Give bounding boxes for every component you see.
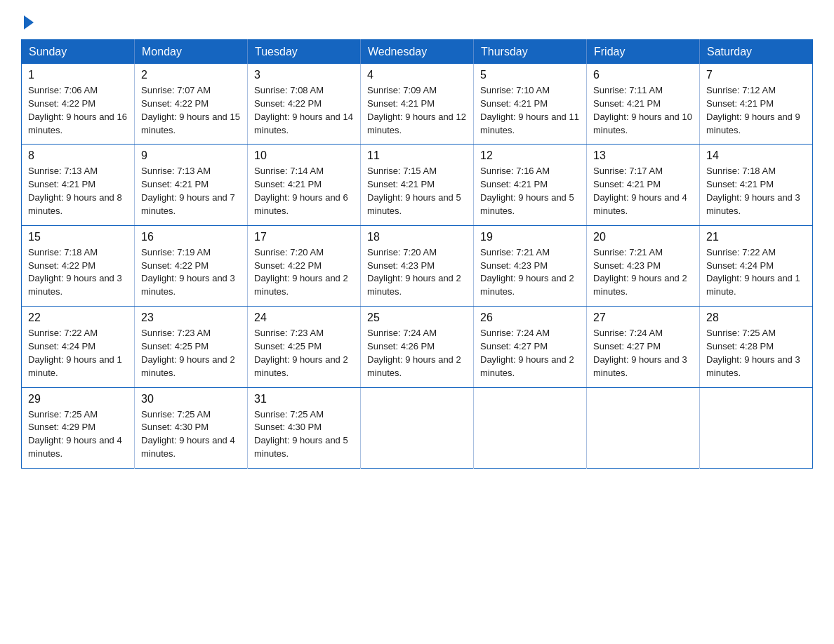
day-info: Sunrise: 7:18 AMSunset: 4:21 PMDaylight:… bbox=[706, 165, 806, 217]
day-number: 22 bbox=[28, 311, 128, 324]
calendar-cell: 7Sunrise: 7:12 AMSunset: 4:21 PMDaylight… bbox=[700, 64, 813, 145]
day-info: Sunrise: 7:20 AMSunset: 4:22 PMDaylight:… bbox=[254, 246, 354, 299]
calendar-cell: 13Sunrise: 7:17 AMSunset: 4:21 PMDayligh… bbox=[587, 145, 700, 225]
day-info: Sunrise: 7:22 AMSunset: 4:24 PMDaylight:… bbox=[706, 246, 806, 299]
day-info: Sunrise: 7:20 AMSunset: 4:23 PMDaylight:… bbox=[367, 246, 467, 299]
calendar-cell bbox=[361, 387, 474, 468]
calendar-week-row: 22Sunrise: 7:22 AMSunset: 4:24 PMDayligh… bbox=[22, 307, 813, 387]
day-info: Sunrise: 7:23 AMSunset: 4:25 PMDaylight:… bbox=[254, 327, 354, 380]
calendar-cell: 3Sunrise: 7:08 AMSunset: 4:22 PMDaylight… bbox=[248, 64, 361, 145]
day-info: Sunrise: 7:21 AMSunset: 4:23 PMDaylight:… bbox=[593, 246, 693, 299]
day-info: Sunrise: 7:25 AMSunset: 4:28 PMDaylight:… bbox=[706, 327, 806, 380]
day-number: 21 bbox=[706, 231, 806, 243]
day-info: Sunrise: 7:10 AMSunset: 4:21 PMDaylight:… bbox=[480, 84, 580, 137]
calendar-cell: 11Sunrise: 7:15 AMSunset: 4:21 PMDayligh… bbox=[361, 145, 474, 225]
calendar-table: SundayMondayTuesdayWednesdayThursdayFrid… bbox=[21, 39, 813, 469]
calendar-cell: 27Sunrise: 7:24 AMSunset: 4:27 PMDayligh… bbox=[587, 307, 700, 387]
day-info: Sunrise: 7:12 AMSunset: 4:21 PMDaylight:… bbox=[706, 84, 806, 137]
day-number: 31 bbox=[254, 393, 354, 405]
day-number: 2 bbox=[141, 69, 241, 81]
calendar-cell: 30Sunrise: 7:25 AMSunset: 4:30 PMDayligh… bbox=[135, 387, 248, 468]
day-number: 15 bbox=[28, 231, 128, 243]
calendar-cell: 17Sunrise: 7:20 AMSunset: 4:22 PMDayligh… bbox=[248, 225, 361, 306]
day-number: 24 bbox=[254, 311, 354, 324]
day-number: 6 bbox=[593, 69, 693, 81]
day-number: 13 bbox=[593, 149, 693, 162]
day-info: Sunrise: 7:25 AMSunset: 4:29 PMDaylight:… bbox=[28, 408, 128, 461]
calendar-cell: 5Sunrise: 7:10 AMSunset: 4:21 PMDaylight… bbox=[474, 64, 587, 145]
day-number: 26 bbox=[480, 311, 580, 324]
day-info: Sunrise: 7:18 AMSunset: 4:22 PMDaylight:… bbox=[28, 246, 128, 299]
calendar-week-row: 29Sunrise: 7:25 AMSunset: 4:29 PMDayligh… bbox=[22, 387, 813, 468]
day-number: 11 bbox=[367, 149, 467, 162]
calendar-cell: 31Sunrise: 7:25 AMSunset: 4:30 PMDayligh… bbox=[248, 387, 361, 468]
day-info: Sunrise: 7:17 AMSunset: 4:21 PMDaylight:… bbox=[593, 165, 693, 217]
calendar-week-row: 15Sunrise: 7:18 AMSunset: 4:22 PMDayligh… bbox=[22, 225, 813, 306]
calendar-cell: 26Sunrise: 7:24 AMSunset: 4:27 PMDayligh… bbox=[474, 307, 587, 387]
header-tuesday: Tuesday bbox=[248, 40, 361, 65]
logo bbox=[21, 14, 34, 27]
calendar-cell: 9Sunrise: 7:13 AMSunset: 4:21 PMDaylight… bbox=[135, 145, 248, 225]
day-number: 17 bbox=[254, 231, 354, 243]
day-info: Sunrise: 7:07 AMSunset: 4:22 PMDaylight:… bbox=[141, 84, 241, 137]
day-number: 16 bbox=[141, 231, 241, 243]
day-info: Sunrise: 7:19 AMSunset: 4:22 PMDaylight:… bbox=[141, 246, 241, 299]
day-number: 10 bbox=[254, 149, 354, 162]
day-info: Sunrise: 7:25 AMSunset: 4:30 PMDaylight:… bbox=[254, 408, 354, 461]
day-number: 29 bbox=[28, 393, 128, 405]
calendar-week-row: 8Sunrise: 7:13 AMSunset: 4:21 PMDaylight… bbox=[22, 145, 813, 225]
day-number: 18 bbox=[367, 231, 467, 243]
header-monday: Monday bbox=[135, 40, 248, 65]
calendar-cell: 23Sunrise: 7:23 AMSunset: 4:25 PMDayligh… bbox=[135, 307, 248, 387]
calendar-cell: 19Sunrise: 7:21 AMSunset: 4:23 PMDayligh… bbox=[474, 225, 587, 306]
header-thursday: Thursday bbox=[474, 40, 587, 65]
calendar-cell: 24Sunrise: 7:23 AMSunset: 4:25 PMDayligh… bbox=[248, 307, 361, 387]
day-number: 12 bbox=[480, 149, 580, 162]
header-wednesday: Wednesday bbox=[361, 40, 474, 65]
day-info: Sunrise: 7:14 AMSunset: 4:21 PMDaylight:… bbox=[254, 165, 354, 217]
day-number: 30 bbox=[141, 393, 241, 405]
calendar-cell: 29Sunrise: 7:25 AMSunset: 4:29 PMDayligh… bbox=[22, 387, 135, 468]
calendar-cell: 20Sunrise: 7:21 AMSunset: 4:23 PMDayligh… bbox=[587, 225, 700, 306]
calendar-cell: 2Sunrise: 7:07 AMSunset: 4:22 PMDaylight… bbox=[135, 64, 248, 145]
day-info: Sunrise: 7:16 AMSunset: 4:21 PMDaylight:… bbox=[480, 165, 580, 217]
day-info: Sunrise: 7:06 AMSunset: 4:22 PMDaylight:… bbox=[28, 84, 128, 137]
calendar-cell: 8Sunrise: 7:13 AMSunset: 4:21 PMDaylight… bbox=[22, 145, 135, 225]
calendar-cell: 18Sunrise: 7:20 AMSunset: 4:23 PMDayligh… bbox=[361, 225, 474, 306]
calendar-cell: 1Sunrise: 7:06 AMSunset: 4:22 PMDaylight… bbox=[22, 64, 135, 145]
day-number: 8 bbox=[28, 149, 128, 162]
calendar-cell: 16Sunrise: 7:19 AMSunset: 4:22 PMDayligh… bbox=[135, 225, 248, 306]
day-number: 19 bbox=[480, 231, 580, 243]
calendar-cell: 28Sunrise: 7:25 AMSunset: 4:28 PMDayligh… bbox=[700, 307, 813, 387]
day-info: Sunrise: 7:09 AMSunset: 4:21 PMDaylight:… bbox=[367, 84, 467, 137]
header-saturday: Saturday bbox=[700, 40, 813, 65]
day-info: Sunrise: 7:21 AMSunset: 4:23 PMDaylight:… bbox=[480, 246, 580, 299]
header-friday: Friday bbox=[587, 40, 700, 65]
day-info: Sunrise: 7:24 AMSunset: 4:26 PMDaylight:… bbox=[367, 327, 467, 380]
calendar-cell: 12Sunrise: 7:16 AMSunset: 4:21 PMDayligh… bbox=[474, 145, 587, 225]
day-number: 1 bbox=[28, 69, 128, 81]
calendar-cell bbox=[700, 387, 813, 468]
day-number: 23 bbox=[141, 311, 241, 324]
calendar-cell: 10Sunrise: 7:14 AMSunset: 4:21 PMDayligh… bbox=[248, 145, 361, 225]
day-info: Sunrise: 7:13 AMSunset: 4:21 PMDaylight:… bbox=[28, 165, 128, 217]
day-info: Sunrise: 7:13 AMSunset: 4:21 PMDaylight:… bbox=[141, 165, 241, 217]
calendar-cell: 6Sunrise: 7:11 AMSunset: 4:21 PMDaylight… bbox=[587, 64, 700, 145]
calendar-cell: 15Sunrise: 7:18 AMSunset: 4:22 PMDayligh… bbox=[22, 225, 135, 306]
day-info: Sunrise: 7:24 AMSunset: 4:27 PMDaylight:… bbox=[593, 327, 693, 380]
calendar-cell: 22Sunrise: 7:22 AMSunset: 4:24 PMDayligh… bbox=[22, 307, 135, 387]
day-info: Sunrise: 7:11 AMSunset: 4:21 PMDaylight:… bbox=[593, 84, 693, 137]
day-info: Sunrise: 7:22 AMSunset: 4:24 PMDaylight:… bbox=[28, 327, 128, 380]
calendar-cell: 4Sunrise: 7:09 AMSunset: 4:21 PMDaylight… bbox=[361, 64, 474, 145]
day-number: 3 bbox=[254, 69, 354, 81]
day-info: Sunrise: 7:08 AMSunset: 4:22 PMDaylight:… bbox=[254, 84, 354, 137]
day-info: Sunrise: 7:23 AMSunset: 4:25 PMDaylight:… bbox=[141, 327, 241, 380]
day-number: 25 bbox=[367, 311, 467, 324]
calendar-cell: 21Sunrise: 7:22 AMSunset: 4:24 PMDayligh… bbox=[700, 225, 813, 306]
calendar-cell bbox=[587, 387, 700, 468]
day-info: Sunrise: 7:15 AMSunset: 4:21 PMDaylight:… bbox=[367, 165, 467, 217]
calendar-cell bbox=[474, 387, 587, 468]
day-number: 7 bbox=[706, 69, 806, 81]
day-number: 9 bbox=[141, 149, 241, 162]
calendar-header-row: SundayMondayTuesdayWednesdayThursdayFrid… bbox=[22, 40, 813, 65]
